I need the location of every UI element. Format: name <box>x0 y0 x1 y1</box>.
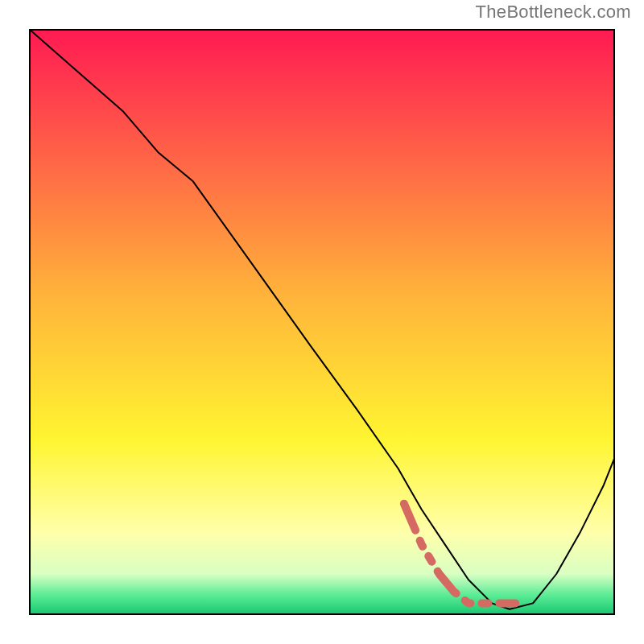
watermark-label: TheBottleneck.com <box>476 2 631 23</box>
plot-area <box>29 29 615 615</box>
gradient-background <box>29 29 615 615</box>
chart-svg <box>29 29 615 615</box>
chart-frame: TheBottleneck.com <box>0 0 644 644</box>
